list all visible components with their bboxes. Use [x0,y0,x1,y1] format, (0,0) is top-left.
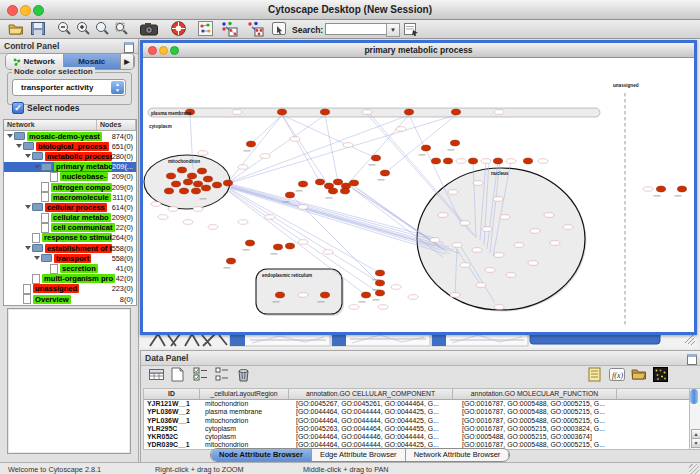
gene-node[interactable] [349,180,358,186]
gene-node[interactable] [404,109,413,115]
open-node[interactable] [362,110,372,115]
open-node[interactable] [198,151,208,156]
open-node[interactable] [260,154,270,159]
tree-item-label[interactable]: primary metabo [54,162,112,171]
tree-row[interactable]: unassigned223(0) [4,284,136,294]
gene-node[interactable] [277,109,286,115]
column-header[interactable]: annotation.GO MOLECULAR_FUNCTION [453,389,617,399]
tree-item-label[interactable]: multi-organism pro [42,274,115,283]
resize-grip[interactable] [689,464,699,474]
tree-item-label[interactable]: transport [54,254,91,263]
tree-item-label[interactable]: metabolic process [45,152,112,161]
open-node[interactable] [448,190,458,195]
formula-builder-icon[interactable]: f(x) [609,367,624,382]
import-attributes-folder-icon[interactable] [631,367,646,382]
gene-node[interactable] [656,186,665,192]
gene-node[interactable] [493,158,502,164]
tab-node-attribute-browser[interactable]: Node Attribute Browser [211,449,312,461]
select-attributes-icon[interactable] [149,367,164,382]
tree-row[interactable]: establishment of lo558(0) [4,243,136,253]
disclosure-triangle-icon[interactable] [25,246,31,250]
attribute-matrix-icon[interactable] [653,367,668,382]
open-node[interactable] [391,285,401,290]
table-row[interactable]: YJR121W__1mitochondrion[GO:0045267, GO:0… [144,400,689,408]
open-node[interactable] [323,250,333,255]
gene-node[interactable] [320,292,329,298]
column-header[interactable]: _cellularLayoutRegion [200,389,289,399]
gene-node[interactable] [187,173,196,179]
disclosure-triangle-icon[interactable] [25,154,31,158]
tree-item-label[interactable]: response to stimulu [42,233,112,242]
gene-node[interactable] [226,258,235,264]
open-node[interactable] [168,207,178,212]
open-node[interactable] [208,225,218,230]
table-row[interactable]: YKR052Ccytoplasm[GO:0044464, GO:0044446,… [144,433,689,441]
gene-node[interactable] [273,244,282,250]
gene-node[interactable] [371,155,380,161]
tree-item-label[interactable]: secretion [60,264,98,273]
gene-node[interactable] [451,109,460,115]
open-node[interactable] [544,213,554,218]
table-scrollbar[interactable]: ▲ ▼ [689,388,700,450]
tree-item-label[interactable]: macromolecule [51,193,111,202]
open-node[interactable] [290,137,300,142]
tree-item-label[interactable]: unassigned [33,284,79,293]
tree-row[interactable]: transport558(0) [4,253,136,263]
open-node[interactable] [506,273,516,278]
float-panel-icon[interactable] [124,42,134,53]
gene-node[interactable] [275,292,284,298]
open-node[interactable] [452,243,462,248]
table-row[interactable]: YPL036W__2plasma membrane[GO:0044464, GO… [144,408,689,416]
open-node[interactable] [473,181,483,186]
disclosure-triangle-icon[interactable] [7,134,13,138]
layout-icon[interactable] [198,21,213,36]
tree-row[interactable]: nitrogen compo209(0) [4,182,136,192]
open-node[interactable] [298,293,308,298]
gene-node[interactable] [203,176,212,182]
open-node[interactable] [506,159,516,164]
tree-row[interactable]: cellular metabo209(0) [4,213,136,223]
open-node[interactable] [514,243,524,248]
open-node[interactable] [298,205,308,210]
tree-item-label[interactable]: cellular process [45,203,107,212]
gene-node[interactable] [246,141,255,147]
column-header[interactable]: annotation.GO CELLULAR_COMPONENT [289,389,453,399]
gene-node[interactable] [328,188,337,194]
gene-node[interactable] [197,168,206,174]
network-window-titlebar[interactable]: primary metabolic process [143,43,694,58]
open-node[interactable] [563,225,573,230]
disclosure-triangle-icon[interactable] [25,205,31,209]
open-node[interactable] [298,240,308,245]
gene-node[interactable] [443,158,452,164]
modify-network-b-icon[interactable] [246,21,264,36]
disclosure-triangle-icon[interactable] [34,165,40,169]
open-node[interactable] [460,221,470,226]
gene-node[interactable] [450,140,459,146]
open-node[interactable] [183,220,193,225]
gene-node[interactable] [340,188,349,194]
open-node[interactable] [238,165,248,170]
gene-node[interactable] [361,292,370,298]
gene-node[interactable] [191,188,200,194]
open-node[interactable] [482,227,492,232]
gene-node[interactable] [431,158,440,164]
tree-row[interactable]: macromolecule311(0) [4,192,136,202]
tree-row[interactable]: Overview8(0) [4,294,136,304]
gene-node[interactable] [315,179,324,185]
disclosure-triangle-icon[interactable] [34,256,40,260]
open-folder-icon[interactable] [8,21,24,36]
tree-row[interactable]: mosaic-demo-yeast874(0) [4,131,136,141]
notes-icon[interactable] [588,367,603,382]
open-node[interactable] [472,248,482,253]
tree-item-label[interactable]: establishment of lo [45,244,112,253]
snapshot-camera-icon[interactable] [140,21,158,36]
gene-node[interactable] [285,243,294,249]
gene-node[interactable] [298,181,307,187]
tree-row[interactable]: biological_process651(0) [4,141,136,151]
open-node[interactable] [494,110,504,115]
tree-item-label[interactable]: mosaic-demo-yeast [27,132,102,141]
tree-row[interactable]: cellular process614(0) [4,202,136,212]
open-node[interactable] [232,110,242,115]
tree-row[interactable]: response to stimulu264(0) [4,233,136,243]
gene-node[interactable] [166,173,175,179]
